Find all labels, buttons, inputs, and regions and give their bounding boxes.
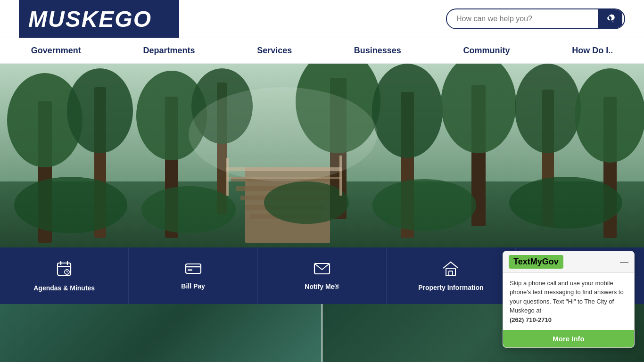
bill-pay-label: Bill Pay [181,282,205,290]
svg-point-27 [141,186,236,233]
notify-me-label: Notify Me® [305,283,339,290]
header: MUSKEGO [0,0,644,38]
svg-point-35 [189,87,377,181]
popup-more-info-button[interactable]: More Info [503,330,634,347]
bottom-card-left[interactable] [0,304,322,362]
textmygov-popup: TextMyGov — Skip a phone call and use yo… [503,251,635,348]
search-input[interactable] [447,10,598,28]
quick-link-property-info[interactable]: Property Information [387,247,515,304]
property-info-label: Property Information [418,284,483,291]
search-area [446,8,625,29]
popup-header: TextMyGov — [503,251,634,273]
svg-point-26 [14,177,127,233]
notify-me-icon [314,262,330,279]
logo-area: MUSKEGO [19,0,179,38]
hero-svg [0,64,644,247]
agendas-label: Agendas & Minutes [33,284,95,292]
svg-rect-45 [188,269,192,271]
search-button[interactable] [598,9,622,28]
svg-rect-48 [449,271,453,276]
svg-rect-43 [186,264,201,273]
popup-body-text: Skip a phone call and use your mobile ph… [510,279,627,315]
quick-link-agendas[interactable]: Agendas & Minutes [0,247,129,304]
svg-point-22 [372,64,443,158]
popup-close-button[interactable]: — [620,257,628,267]
svg-point-30 [509,177,622,229]
svg-point-28 [264,181,349,224]
property-info-icon [442,261,459,280]
logo-text: MUSKEGO [28,6,152,32]
nav-item-community[interactable]: Community [454,38,520,63]
popup-body: Skip a phone call and use your mobile ph… [503,273,634,330]
quick-link-notify-me[interactable]: Notify Me® [258,247,387,304]
nav-item-services[interactable]: Services [248,38,301,63]
search-icon [605,14,615,24]
nav-item-how-do-i[interactable]: How Do I.. [562,38,622,63]
svg-point-25 [575,68,644,163]
svg-rect-47 [446,268,455,276]
textmygov-logo: TextMyGov [509,255,563,269]
svg-point-24 [515,64,581,153]
nav-item-government[interactable]: Government [22,38,91,63]
nav-item-departments[interactable]: Departments [133,38,204,63]
search-box [446,8,625,29]
navbar: Government Departments Services Business… [0,38,644,64]
nav-item-businesses[interactable]: Businesses [345,38,411,63]
bill-pay-icon [185,262,202,279]
quick-link-bill-pay[interactable]: Bill Pay [129,247,257,304]
hero-image [0,64,644,247]
svg-point-29 [372,179,476,231]
svg-point-18 [67,68,133,153]
agendas-icon [56,260,73,280]
popup-phone: (262) 710-2710 [510,316,552,323]
